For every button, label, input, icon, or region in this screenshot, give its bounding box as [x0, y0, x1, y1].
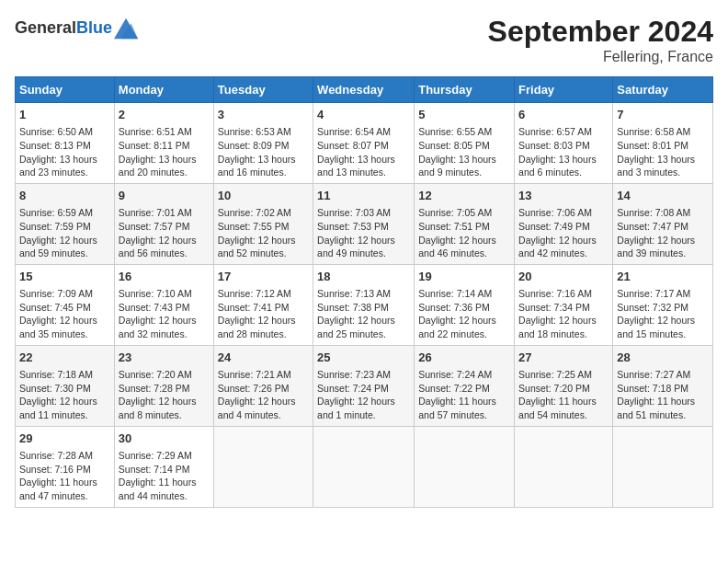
- col-monday: Monday: [114, 77, 213, 103]
- calendar-row: 22Sunrise: 7:18 AMSunset: 7:30 PMDayligh…: [16, 345, 713, 426]
- sunrise-label: Sunrise: 7:05 AM: [418, 207, 492, 218]
- sunset-label: Sunset: 7:36 PM: [418, 302, 490, 313]
- day-number: 19: [418, 269, 510, 285]
- day-number: 24: [218, 350, 309, 366]
- table-row: 13Sunrise: 7:06 AMSunset: 7:49 PMDayligh…: [515, 183, 613, 264]
- table-row: 9Sunrise: 7:01 AMSunset: 7:57 PMDaylight…: [114, 183, 213, 264]
- sunset-label: Sunset: 7:55 PM: [218, 221, 290, 232]
- sunrise-label: Sunrise: 7:03 AM: [317, 207, 391, 218]
- sunrise-label: Sunrise: 7:17 AM: [617, 288, 690, 299]
- sunset-label: Sunset: 7:41 PM: [218, 302, 290, 313]
- table-row: [613, 426, 713, 507]
- sunrise-label: Sunrise: 6:51 AM: [119, 126, 192, 137]
- calendar-title: September 2024: [488, 15, 713, 49]
- table-row: 7Sunrise: 6:58 AMSunset: 8:01 PMDaylight…: [613, 103, 713, 184]
- daylight-label: Daylight: 12 hours and 59 minutes.: [19, 235, 97, 259]
- sunset-label: Sunset: 8:03 PM: [518, 140, 590, 151]
- daylight-label: Daylight: 11 hours and 54 minutes.: [518, 396, 597, 420]
- table-row: 5Sunrise: 6:55 AMSunset: 8:05 PMDaylight…: [415, 103, 515, 184]
- table-row: 29Sunrise: 7:28 AMSunset: 7:16 PMDayligh…: [16, 426, 115, 507]
- title-block: September 2024 Fellering, France: [488, 15, 713, 65]
- table-row: 15Sunrise: 7:09 AMSunset: 7:45 PMDayligh…: [16, 264, 115, 345]
- day-number: 12: [418, 188, 510, 204]
- daylight-label: Daylight: 13 hours and 20 minutes.: [119, 154, 197, 178]
- sunset-label: Sunset: 7:22 PM: [418, 383, 490, 394]
- table-row: 10Sunrise: 7:02 AMSunset: 7:55 PMDayligh…: [213, 183, 313, 264]
- table-row: [313, 426, 415, 507]
- sunrise-label: Sunrise: 7:16 AM: [518, 288, 592, 299]
- sunrise-label: Sunrise: 6:57 AM: [518, 126, 592, 137]
- sunset-label: Sunset: 7:49 PM: [518, 221, 590, 232]
- daylight-label: Daylight: 12 hours and 35 minutes.: [19, 315, 97, 339]
- table-row: 4Sunrise: 6:54 AMSunset: 8:07 PMDaylight…: [313, 103, 415, 184]
- table-row: 6Sunrise: 6:57 AMSunset: 8:03 PMDaylight…: [515, 103, 613, 184]
- sunset-label: Sunset: 8:01 PM: [617, 140, 688, 151]
- table-row: 25Sunrise: 7:23 AMSunset: 7:24 PMDayligh…: [313, 345, 415, 426]
- day-number: 1: [19, 107, 110, 123]
- table-row: 19Sunrise: 7:14 AMSunset: 7:36 PMDayligh…: [415, 264, 515, 345]
- table-row: [213, 426, 313, 507]
- day-number: 29: [19, 431, 110, 447]
- day-number: 6: [518, 107, 609, 123]
- daylight-label: Daylight: 12 hours and 42 minutes.: [518, 235, 597, 259]
- daylight-label: Daylight: 12 hours and 39 minutes.: [617, 235, 695, 259]
- sunset-label: Sunset: 7:14 PM: [119, 464, 190, 475]
- sunset-label: Sunset: 7:20 PM: [518, 383, 590, 394]
- daylight-label: Daylight: 11 hours and 44 minutes.: [119, 477, 197, 501]
- table-row: 28Sunrise: 7:27 AMSunset: 7:18 PMDayligh…: [613, 345, 713, 426]
- day-number: 7: [617, 107, 709, 123]
- sunset-label: Sunset: 7:34 PM: [518, 302, 590, 313]
- sunset-label: Sunset: 7:51 PM: [418, 221, 490, 232]
- col-tuesday: Tuesday: [213, 77, 313, 103]
- sunrise-label: Sunrise: 7:23 AM: [317, 369, 391, 380]
- sunset-label: Sunset: 7:32 PM: [617, 302, 688, 313]
- day-number: 5: [418, 107, 510, 123]
- sunset-label: Sunset: 7:30 PM: [19, 383, 91, 394]
- day-number: 18: [317, 269, 410, 285]
- day-number: 10: [218, 188, 309, 204]
- day-number: 14: [617, 188, 709, 204]
- sunrise-label: Sunrise: 6:55 AM: [418, 126, 492, 137]
- table-row: 20Sunrise: 7:16 AMSunset: 7:34 PMDayligh…: [515, 264, 613, 345]
- daylight-label: Daylight: 12 hours and 15 minutes.: [617, 315, 695, 339]
- sunrise-label: Sunrise: 7:29 AM: [119, 450, 192, 461]
- sunset-label: Sunset: 7:53 PM: [317, 221, 389, 232]
- table-row: 17Sunrise: 7:12 AMSunset: 7:41 PMDayligh…: [213, 264, 313, 345]
- sunrise-label: Sunrise: 7:18 AM: [19, 369, 93, 380]
- sunset-label: Sunset: 7:18 PM: [617, 383, 688, 394]
- sunset-label: Sunset: 7:57 PM: [119, 221, 190, 232]
- logo-text-blue: Blue: [76, 18, 112, 37]
- daylight-label: Daylight: 12 hours and 4 minutes.: [218, 396, 296, 420]
- table-row: 16Sunrise: 7:10 AMSunset: 7:43 PMDayligh…: [114, 264, 213, 345]
- sunrise-label: Sunrise: 6:54 AM: [317, 126, 391, 137]
- day-number: 3: [218, 107, 309, 123]
- daylight-label: Daylight: 12 hours and 46 minutes.: [418, 235, 496, 259]
- daylight-label: Daylight: 13 hours and 3 minutes.: [617, 154, 695, 178]
- daylight-label: Daylight: 12 hours and 8 minutes.: [119, 396, 197, 420]
- table-row: 1Sunrise: 6:50 AMSunset: 8:13 PMDaylight…: [16, 103, 115, 184]
- table-row: 2Sunrise: 6:51 AMSunset: 8:11 PMDaylight…: [114, 103, 213, 184]
- daylight-label: Daylight: 12 hours and 25 minutes.: [317, 315, 395, 339]
- sunrise-label: Sunrise: 7:12 AM: [218, 288, 291, 299]
- calendar-row: 29Sunrise: 7:28 AMSunset: 7:16 PMDayligh…: [16, 426, 713, 507]
- daylight-label: Daylight: 12 hours and 49 minutes.: [317, 235, 395, 259]
- sunrise-label: Sunrise: 7:24 AM: [418, 369, 492, 380]
- table-row: 8Sunrise: 6:59 AMSunset: 7:59 PMDaylight…: [16, 183, 115, 264]
- daylight-label: Daylight: 12 hours and 28 minutes.: [218, 315, 296, 339]
- sunrise-label: Sunrise: 7:02 AM: [218, 207, 291, 218]
- table-row: 30Sunrise: 7:29 AMSunset: 7:14 PMDayligh…: [114, 426, 213, 507]
- calendar-row: 1Sunrise: 6:50 AMSunset: 8:13 PMDaylight…: [16, 103, 713, 184]
- sunset-label: Sunset: 7:47 PM: [617, 221, 688, 232]
- daylight-label: Daylight: 11 hours and 57 minutes.: [418, 396, 496, 420]
- table-row: 24Sunrise: 7:21 AMSunset: 7:26 PMDayligh…: [213, 345, 313, 426]
- daylight-label: Daylight: 13 hours and 6 minutes.: [518, 154, 597, 178]
- sunrise-label: Sunrise: 7:08 AM: [617, 207, 690, 218]
- sunset-label: Sunset: 8:09 PM: [218, 140, 290, 151]
- col-saturday: Saturday: [613, 77, 713, 103]
- calendar-row: 15Sunrise: 7:09 AMSunset: 7:45 PMDayligh…: [16, 264, 713, 345]
- table-row: 21Sunrise: 7:17 AMSunset: 7:32 PMDayligh…: [613, 264, 713, 345]
- table-row: [415, 426, 515, 507]
- day-number: 20: [518, 269, 609, 285]
- table-row: 23Sunrise: 7:20 AMSunset: 7:28 PMDayligh…: [114, 345, 213, 426]
- day-number: 4: [317, 107, 410, 123]
